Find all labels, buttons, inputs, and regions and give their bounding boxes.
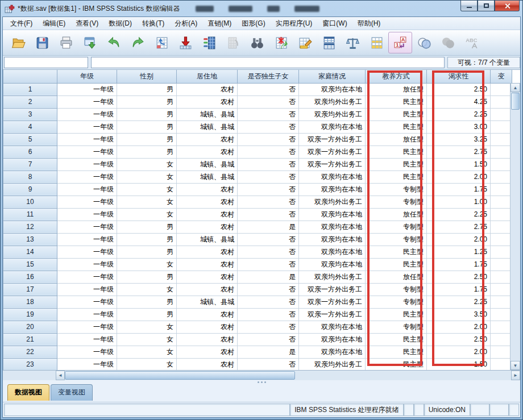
- data-cell[interactable]: 1.75: [427, 283, 491, 296]
- data-cell[interactable]: 放任型: [366, 208, 427, 221]
- data-cell[interactable]: 双亲均在本地: [299, 183, 366, 196]
- horizontal-scroll-track[interactable]: [65, 371, 511, 380]
- data-cell[interactable]: 否: [238, 208, 299, 221]
- data-cell[interactable]: 1.00: [427, 196, 491, 208]
- data-cell[interactable]: 一年级: [57, 83, 117, 95]
- data-cell[interactable]: 一年级: [57, 258, 117, 271]
- data-cell[interactable]: 农村: [177, 133, 238, 145]
- data-cell[interactable]: 双亲一方外出务工: [299, 296, 366, 308]
- data-cell[interactable]: 双亲均外出务工: [299, 271, 366, 283]
- menu-item[interactable]: 图形(G): [236, 17, 270, 30]
- goto-variable-button[interactable]: [173, 32, 197, 53]
- data-cell[interactable]: 1.25: [427, 246, 491, 258]
- data-cell[interactable]: 专制型: [366, 296, 427, 308]
- data-cell[interactable]: 一年级: [57, 145, 117, 158]
- row-number[interactable]: 17: [3, 283, 57, 296]
- row-number[interactable]: 1: [3, 83, 57, 95]
- data-cell[interactable]: 男: [117, 308, 177, 321]
- data-cell[interactable]: 农村: [177, 246, 238, 258]
- scroll-left-button[interactable]: ◄: [56, 371, 65, 380]
- data-cell[interactable]: 1.75: [427, 258, 491, 271]
- data-cell[interactable]: 双亲均外出务工: [299, 196, 366, 208]
- insert-cases-button[interactable]: [269, 32, 293, 53]
- row-number[interactable]: 9: [3, 183, 57, 196]
- data-cell[interactable]: 否: [238, 145, 299, 158]
- data-cell[interactable]: 民主型: [366, 95, 427, 108]
- scroll-down-button[interactable]: ▼: [510, 361, 520, 370]
- data-cell[interactable]: 一年级: [57, 283, 117, 296]
- data-cell[interactable]: 2.25: [427, 108, 491, 120]
- data-cell[interactable]: 2.00: [427, 233, 491, 246]
- data-cell[interactable]: 农村: [177, 145, 238, 158]
- data-cell[interactable]: 否: [238, 183, 299, 196]
- data-cell[interactable]: 农村: [177, 183, 238, 196]
- row-number[interactable]: 15: [3, 258, 57, 271]
- data-cell[interactable]: 民主型: [366, 108, 427, 120]
- data-cell[interactable]: 民主型: [366, 120, 427, 133]
- row-number[interactable]: 11: [3, 208, 57, 221]
- data-cell[interactable]: 双亲均在本地: [299, 333, 366, 346]
- recall-dialogs-button[interactable]: [78, 32, 102, 53]
- data-cell[interactable]: 女: [117, 358, 177, 371]
- data-cell[interactable]: 双亲均外出务工: [299, 108, 366, 120]
- menu-item[interactable]: 分析(A): [169, 17, 202, 30]
- menu-item[interactable]: 数据(D): [103, 17, 137, 30]
- data-cell[interactable]: 2.50: [427, 333, 491, 346]
- column-header[interactable]: 性别: [117, 70, 177, 83]
- data-cell[interactable]: 2.25: [427, 208, 491, 221]
- data-cell[interactable]: 一年级: [57, 158, 117, 171]
- data-cell[interactable]: 农村: [177, 283, 238, 296]
- data-cell[interactable]: 一年级: [57, 246, 117, 258]
- data-cell[interactable]: 男: [117, 95, 177, 108]
- data-cell[interactable]: 城镇、县城: [177, 296, 238, 308]
- data-cell[interactable]: 否: [238, 308, 299, 321]
- data-cell[interactable]: 民主型: [366, 246, 427, 258]
- data-cell[interactable]: 否: [238, 83, 299, 95]
- data-cell[interactable]: 否: [238, 358, 299, 371]
- data-cell[interactable]: 双亲均外出务工: [299, 95, 366, 108]
- data-cell[interactable]: 民主型: [366, 308, 427, 321]
- row-number[interactable]: 7: [3, 158, 57, 171]
- menu-item[interactable]: 编辑(E): [38, 17, 70, 30]
- data-cell[interactable]: 一年级: [57, 271, 117, 283]
- data-cell[interactable]: 否: [238, 196, 299, 208]
- data-cell[interactable]: 男: [117, 108, 177, 120]
- data-cell[interactable]: 一年级: [57, 183, 117, 196]
- data-cell[interactable]: 4.25: [427, 95, 491, 108]
- data-cell[interactable]: 1.50: [427, 158, 491, 171]
- data-cell[interactable]: 城镇、县城: [177, 120, 238, 133]
- data-cell[interactable]: 双亲一方外出务工: [299, 308, 366, 321]
- data-cell[interactable]: 专制型: [366, 233, 427, 246]
- data-cell[interactable]: 3.00: [427, 120, 491, 133]
- data-cell[interactable]: 双亲均在本地: [299, 120, 366, 133]
- split-file-button[interactable]: [317, 32, 341, 53]
- row-number[interactable]: 3: [3, 108, 57, 120]
- data-cell[interactable]: 农村: [177, 83, 238, 95]
- row-number[interactable]: 10: [3, 196, 57, 208]
- insert-variable-button[interactable]: [293, 32, 317, 53]
- data-cell[interactable]: 一年级: [57, 196, 117, 208]
- data-cell[interactable]: 女: [117, 321, 177, 333]
- data-cell[interactable]: 双亲一方外出务工: [299, 133, 366, 145]
- data-cell[interactable]: 农村: [177, 208, 238, 221]
- data-cell[interactable]: 一年级: [57, 321, 117, 333]
- data-cell[interactable]: 城镇、县城: [177, 158, 238, 171]
- close-button[interactable]: [495, 1, 520, 11]
- data-cell[interactable]: 放任型: [366, 133, 427, 145]
- row-number[interactable]: 19: [3, 308, 57, 321]
- row-number[interactable]: 13: [3, 233, 57, 246]
- data-cell[interactable]: 否: [238, 108, 299, 120]
- horizontal-scrollbar[interactable]: ◄ ►: [3, 371, 520, 380]
- vertical-scroll-track[interactable]: [510, 110, 520, 361]
- row-number[interactable]: 23: [3, 358, 57, 371]
- scroll-up-button[interactable]: ▲: [510, 83, 520, 92]
- data-cell[interactable]: 农村: [177, 308, 238, 321]
- undo-button[interactable]: [102, 32, 126, 53]
- select-cases-button[interactable]: [364, 32, 388, 53]
- tab-data-view[interactable]: 数据视图: [7, 384, 49, 401]
- data-cell[interactable]: 双亲均在本地: [299, 321, 366, 333]
- column-header[interactable]: 家庭情况: [299, 70, 366, 83]
- data-cell[interactable]: 双亲均在本地: [299, 221, 366, 233]
- data-cell[interactable]: 一年级: [57, 333, 117, 346]
- data-cell[interactable]: 双亲一方外出务工: [299, 145, 366, 158]
